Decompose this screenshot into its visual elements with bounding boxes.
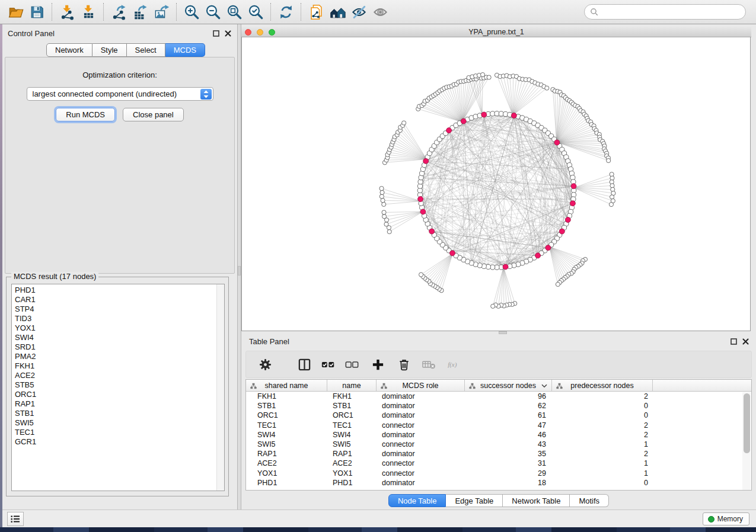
- table-row[interactable]: ORC1ORC1dominator610: [246, 411, 751, 420]
- mcds-result-title: MCDS result (17 nodes): [11, 272, 98, 281]
- hide-panels-button[interactable]: [348, 2, 369, 22]
- mcds-result-node[interactable]: SRD1: [12, 342, 216, 352]
- table-scrollbar[interactable]: [742, 392, 751, 490]
- apply-layout-button[interactable]: [275, 2, 296, 22]
- trash-icon: [397, 358, 411, 371]
- cell-successor-nodes: 47: [465, 421, 552, 430]
- main-toolbar: [0, 0, 756, 24]
- cell-MCDS-role: connector: [377, 459, 465, 467]
- table-row[interactable]: ACE2ACE2connector311: [246, 459, 751, 468]
- run-mcds-button[interactable]: Run MCDS: [56, 108, 115, 121]
- table-row[interactable]: RAP1RAP1dominator352: [246, 449, 751, 459]
- optimization-select[interactable]: largest connected component (undirected): [27, 87, 213, 101]
- delete-column-button[interactable]: [393, 354, 414, 375]
- table-row[interactable]: STB1STB1dominator620: [246, 401, 751, 411]
- zoom-fit-button[interactable]: [224, 2, 245, 22]
- mcds-result-node[interactable]: ORC1: [12, 390, 216, 399]
- search-input[interactable]: [599, 6, 745, 18]
- import-network-button[interactable]: [56, 2, 78, 22]
- task-history-button[interactable]: [7, 512, 24, 526]
- tab-style[interactable]: Style: [92, 43, 127, 57]
- tab-motifs[interactable]: Motifs: [570, 494, 609, 507]
- save-session-button[interactable]: [26, 2, 47, 22]
- float-panel-icon[interactable]: [213, 30, 219, 37]
- tab-network[interactable]: Network: [46, 43, 92, 57]
- close-panel-icon[interactable]: [225, 30, 231, 37]
- tab-network-table[interactable]: Network Table: [503, 494, 570, 507]
- table-row[interactable]: FKH1FKH1dominator962: [246, 392, 751, 401]
- column-header-MCDS-role[interactable]: MCDS role: [377, 380, 465, 391]
- mcds-result-node[interactable]: TEC1: [12, 428, 216, 437]
- tab-select[interactable]: Select: [127, 43, 165, 57]
- table-header-row: shared namenameMCDS rolesuccessor nodesp…: [246, 380, 751, 392]
- mcds-result-node[interactable]: TID3: [12, 314, 216, 323]
- show-columns-button[interactable]: [294, 354, 315, 375]
- deselect-all-button[interactable]: [341, 354, 362, 375]
- mcds-result-node[interactable]: PHD1: [12, 286, 216, 295]
- cell-MCDS-role: connector: [377, 421, 465, 430]
- mcds-result-node[interactable]: ACE2: [12, 371, 216, 380]
- column-header-successor-nodes[interactable]: successor nodes: [465, 380, 552, 391]
- optimization-criterion-label: Optimization criterion:: [5, 70, 234, 79]
- cell-MCDS-role: connector: [377, 440, 465, 448]
- network-and-table-area: YPA_prune.txt_1 Table Panel: [241, 24, 756, 509]
- control-panel-header: Control Panel: [0, 27, 237, 41]
- table-row[interactable]: PHD1PHD1dominator180: [246, 478, 751, 488]
- tab-mcds[interactable]: MCDS: [165, 43, 205, 57]
- mcds-result-node[interactable]: YOX1: [12, 323, 216, 333]
- horizontal-splitter-grip[interactable]: [499, 331, 507, 334]
- tab-node-table[interactable]: Node Table: [388, 494, 446, 507]
- mcds-result-node[interactable]: FKH1: [12, 361, 216, 371]
- mcds-result-node[interactable]: SWI5: [12, 418, 216, 428]
- export-network-button[interactable]: [108, 2, 129, 22]
- memory-button[interactable]: Memory: [703, 512, 749, 525]
- mcds-result-list[interactable]: PHD1CAR1STP4TID3YOX1SWI4SRD1PMA2FKH1ACE2…: [11, 284, 225, 491]
- control-panel-tabs: Network Style Select MCDS: [46, 43, 205, 57]
- toolbar-separator: [52, 3, 52, 21]
- vertical-splitter[interactable]: [237, 24, 241, 509]
- close-panel-button[interactable]: Close panel: [123, 108, 184, 121]
- export-image-icon: [154, 4, 170, 20]
- show-panels-button[interactable]: [369, 2, 391, 22]
- select-all-button[interactable]: [317, 354, 339, 375]
- mcds-result-node[interactable]: SWI4: [12, 333, 216, 342]
- network-window-titlebar[interactable]: YPA_prune.txt_1: [241, 27, 751, 37]
- mcds-result-node[interactable]: RAP1: [12, 399, 216, 409]
- column-header-predecessor-nodes[interactable]: predecessor nodes: [552, 380, 653, 391]
- mcds-result-node[interactable]: STB5: [12, 380, 216, 390]
- add-column-button[interactable]: [367, 354, 388, 375]
- table-row[interactable]: TEC1TEC1connector472: [246, 421, 751, 430]
- table-scrollbar-thumb[interactable]: [744, 393, 750, 453]
- mcds-result-node[interactable]: STB1: [12, 409, 216, 418]
- function-builder-button: f(x): [443, 354, 464, 375]
- close-table-panel-icon[interactable]: [742, 338, 749, 345]
- table-row[interactable]: SWI5SWI5connector431: [246, 440, 751, 449]
- table-settings-button[interactable]: [254, 354, 276, 375]
- mcds-result-node[interactable]: STP4: [12, 305, 216, 314]
- table-row[interactable]: YOX1YOX1connector291: [246, 469, 751, 478]
- zoom-selected-button[interactable]: [245, 2, 266, 22]
- export-table-button[interactable]: [129, 2, 151, 22]
- open-file-button[interactable]: [5, 2, 26, 22]
- mcds-result-node[interactable]: CAR1: [12, 295, 216, 305]
- tab-edge-table[interactable]: Edge Table: [446, 494, 503, 507]
- optimization-select-value: largest connected component (undirected): [33, 89, 177, 98]
- clone-network-button[interactable]: [305, 2, 327, 22]
- import-table-button[interactable]: [78, 2, 99, 22]
- mcds-result-scrollbar[interactable]: [216, 284, 224, 491]
- zoom-in-button[interactable]: [181, 2, 202, 22]
- column-header-shared-name[interactable]: shared name: [246, 380, 327, 391]
- float-table-panel-icon[interactable]: [731, 338, 737, 345]
- mcds-result-node[interactable]: GCR1: [12, 437, 216, 447]
- mcds-result-node[interactable]: PMA2: [12, 352, 216, 361]
- export-image-button[interactable]: [151, 2, 172, 22]
- network-home-button[interactable]: [327, 2, 348, 22]
- gear-icon: [259, 358, 272, 371]
- splitter-grip[interactable]: [238, 266, 241, 275]
- column-header-name[interactable]: name: [327, 380, 377, 391]
- cell-MCDS-role: connector: [377, 469, 465, 477]
- cell-successor-nodes: 46: [465, 431, 552, 439]
- network-view[interactable]: [241, 37, 751, 331]
- table-row[interactable]: SWI4SWI4dominator462: [246, 430, 751, 440]
- zoom-out-button[interactable]: [202, 2, 224, 22]
